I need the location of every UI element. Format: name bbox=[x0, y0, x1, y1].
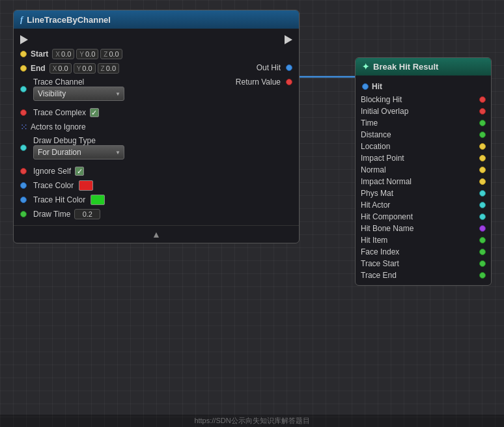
break-icon: ✦ bbox=[362, 62, 369, 72]
trace-color-swatch[interactable] bbox=[79, 180, 93, 191]
start-y-box[interactable]: Y 0.0 bbox=[76, 49, 98, 59]
trace-channel-dropdown[interactable]: Visibility bbox=[33, 87, 124, 101]
impact-point-label: Impact Point bbox=[361, 154, 404, 163]
end-y-val: 0.0 bbox=[82, 64, 92, 72]
break-hit-title: Break Hit Result bbox=[373, 62, 438, 72]
impact-point-pin[interactable] bbox=[479, 155, 486, 161]
start-x-box[interactable]: X 0.0 bbox=[52, 49, 74, 59]
end-z-box[interactable]: Z 0.0 bbox=[98, 63, 119, 74]
hit-bone-name-pin[interactable] bbox=[479, 225, 486, 232]
draw-debug-dropdown[interactable]: For Duration bbox=[33, 145, 124, 159]
phys-mat-label: Phys Mat bbox=[361, 189, 393, 198]
initial-overlap-pin[interactable] bbox=[479, 108, 486, 115]
end-row: End X 0.0 Y 0.0 Z 0.0 bbox=[14, 61, 299, 76]
trace-complex-pin[interactable] bbox=[20, 109, 27, 116]
ignore-self-pin[interactable] bbox=[20, 168, 27, 174]
hit-actor-row: Hit Actor bbox=[356, 199, 491, 211]
trace-complex-checkbox[interactable]: ✓ bbox=[90, 108, 99, 117]
draw-debug-label: Draw Debug Type bbox=[33, 136, 124, 145]
break-hit-input-pin[interactable] bbox=[362, 83, 369, 90]
line-trace-title: LineTraceByChannel bbox=[27, 15, 111, 25]
end-pin[interactable] bbox=[20, 65, 27, 72]
trace-channel-value: Visibility bbox=[38, 89, 66, 98]
end-x-val: 0.0 bbox=[58, 64, 68, 72]
impact-point-row: Impact Point bbox=[356, 152, 491, 164]
end-z-val: 0.0 bbox=[106, 64, 116, 72]
location-pin[interactable] bbox=[479, 143, 486, 150]
end-label: End bbox=[31, 64, 46, 73]
hit-item-pin[interactable] bbox=[479, 237, 486, 243]
impact-normal-label: Impact Normal bbox=[361, 177, 412, 186]
blocking-hit-pin[interactable] bbox=[479, 96, 486, 103]
hit-component-pin[interactable] bbox=[479, 214, 486, 220]
face-index-label: Face Index bbox=[361, 247, 399, 256]
trace-complex-row: Trace Complex ✓ bbox=[14, 105, 299, 120]
distance-row: Distance bbox=[356, 129, 491, 141]
start-y-val: 0.0 bbox=[85, 50, 95, 58]
initial-overlap-row: Initial Overlap bbox=[356, 105, 491, 117]
line-trace-node: f LineTraceByChannel Start X 0.0 Y bbox=[13, 10, 300, 243]
hit-component-label: Hit Component bbox=[361, 212, 413, 221]
hit-component-row: Hit Component bbox=[356, 211, 491, 223]
blocking-hit-label: Blocking Hit bbox=[361, 95, 402, 104]
normal-label: Normal bbox=[361, 165, 386, 174]
end-y-label: Y bbox=[77, 65, 81, 72]
break-hit-input-row: Hit bbox=[356, 79, 491, 94]
start-z-val: 0.0 bbox=[109, 50, 119, 58]
trace-color-pin[interactable] bbox=[20, 182, 27, 189]
expand-arrow-icon[interactable]: ▲ bbox=[152, 229, 161, 240]
function-icon: f bbox=[20, 14, 23, 25]
initial-overlap-label: Initial Overlap bbox=[361, 107, 408, 116]
draw-debug-pin[interactable] bbox=[20, 145, 27, 151]
start-label: Start bbox=[31, 49, 48, 59]
time-row: Time bbox=[356, 117, 491, 129]
blocking-hit-row: Blocking Hit bbox=[356, 94, 491, 105]
actors-ignore-row: ⁙ Actors to Ignore bbox=[14, 120, 299, 134]
start-pin[interactable] bbox=[20, 51, 27, 57]
draw-time-input[interactable]: 0.2 bbox=[74, 209, 100, 219]
trace-channel-row: Trace Channel Visibility bbox=[14, 76, 299, 103]
normal-pin[interactable] bbox=[479, 167, 486, 173]
start-xyz: X 0.0 Y 0.0 Z 0.0 bbox=[52, 49, 122, 59]
end-x-box[interactable]: X 0.0 bbox=[49, 63, 72, 74]
trace-color-label: Trace Color bbox=[33, 181, 74, 190]
break-hit-outputs: Blocking Hit Initial Overlap Time Distan… bbox=[356, 94, 491, 281]
hit-actor-pin[interactable] bbox=[479, 202, 486, 208]
ignore-self-row: Ignore Self ✓ bbox=[14, 164, 299, 178]
location-label: Location bbox=[361, 142, 390, 151]
distance-pin[interactable] bbox=[479, 131, 486, 138]
face-index-row: Face Index bbox=[356, 246, 491, 258]
ignore-self-checkbox[interactable]: ✓ bbox=[75, 167, 84, 176]
phys-mat-pin[interactable] bbox=[479, 190, 486, 197]
exec-in-pin[interactable] bbox=[20, 35, 28, 44]
trace-hit-color-swatch[interactable] bbox=[91, 195, 105, 205]
hit-bone-name-label: Hit Bone Name bbox=[361, 224, 413, 233]
exec-out-pin[interactable] bbox=[285, 35, 292, 44]
start-z-label: Z bbox=[104, 51, 107, 58]
end-xyz: X 0.0 Y 0.0 Z 0.0 bbox=[49, 63, 119, 74]
draw-time-pin[interactable] bbox=[20, 211, 27, 217]
trace-hit-color-pin[interactable] bbox=[20, 197, 27, 203]
trace-end-pin[interactable] bbox=[479, 272, 486, 279]
start-x-val: 0.0 bbox=[61, 50, 71, 58]
trace-color-row: Trace Color bbox=[14, 178, 299, 193]
draw-debug-row: Draw Debug Type For Duration bbox=[14, 134, 299, 161]
draw-time-value: 0.2 bbox=[83, 210, 92, 218]
end-y-box[interactable]: Y 0.0 bbox=[74, 63, 96, 74]
time-pin[interactable] bbox=[479, 120, 486, 126]
trace-start-pin[interactable] bbox=[479, 260, 486, 267]
normal-row: Normal bbox=[356, 164, 491, 176]
impact-normal-pin[interactable] bbox=[479, 178, 486, 185]
draw-debug-value: For Duration bbox=[38, 148, 81, 157]
phys-mat-row: Phys Mat bbox=[356, 187, 491, 199]
trace-end-row: Trace End bbox=[356, 269, 491, 281]
break-hit-header: ✦ Break Hit Result bbox=[356, 58, 491, 76]
trace-channel-pin[interactable] bbox=[20, 86, 27, 92]
start-y-label: Y bbox=[79, 51, 84, 58]
end-x-label: X bbox=[53, 65, 57, 72]
trace-start-label: Trace Start bbox=[361, 259, 399, 268]
start-z-box[interactable]: Z 0.0 bbox=[100, 49, 122, 59]
hit-item-label: Hit Item bbox=[361, 236, 387, 245]
trace-end-label: Trace End bbox=[361, 271, 397, 280]
face-index-pin[interactable] bbox=[479, 249, 486, 255]
